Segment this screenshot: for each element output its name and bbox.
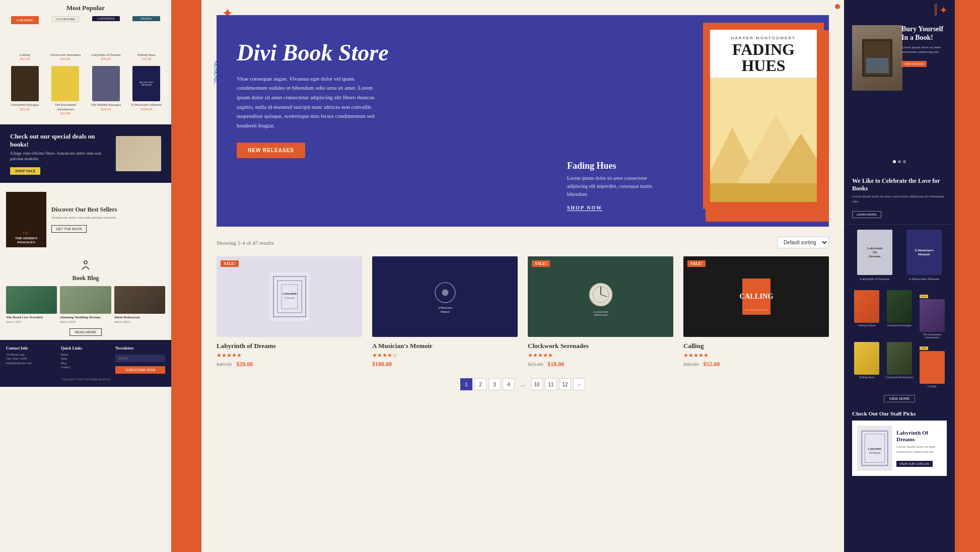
right-book-musician[interactable]: A Musician'sMemoir A Musician's Memoir: [901, 230, 947, 281]
right-book-title-labyrinth: Labyrinth of Dreams: [860, 277, 890, 281]
book-title-hidden: The Hidden Passages: [91, 103, 121, 107]
page-btn-10[interactable]: 10: [531, 378, 543, 390]
left-sidebar: Most Popular CALLING Calling $52.00 CLOC…: [0, 0, 171, 552]
rbc-musician-art: A Musician'sMemoir: [906, 230, 942, 275]
book-thumb-fading[interactable]: FADING Fading Hues $15.00: [128, 16, 166, 61]
right-small-book-enchanted[interactable]: NEW The Enchanted Adventurers: [917, 290, 947, 339]
book-title-clockwork: Clockwork Serenades: [50, 53, 81, 57]
product-cover-calling: SALE! CALLING BY FRANK MATTER: [683, 256, 829, 337]
hero-book-inner: HARPER MONTGOMERY FADING HUES: [710, 30, 817, 202]
page-btn-3[interactable]: 3: [488, 378, 501, 390]
calling-cover-art: CALLING: [11, 16, 39, 24]
bestsellers-label: CA...: [23, 231, 29, 234]
rbc2-calling-label: Calling: [928, 385, 937, 388]
clockwork-cover-art-main: CLOCKWORK SERENADES: [528, 256, 673, 337]
blog-image-dark: [114, 286, 165, 314]
right-hero-desc: Lorem ipsum dolor sit amet consectetur a…: [901, 45, 947, 55]
hero-description: Vitae consequat augue. Vivamus eget dolo…: [237, 74, 378, 130]
book-thumb-hidden[interactable]: The Hidden Passages $28.00: [87, 66, 125, 115]
blog-item-2[interactable]: Silent Rehearsals June 6, 2024: [114, 286, 165, 324]
right-hero-button[interactable]: FIND A BOOK: [901, 61, 927, 67]
staff-pick-button[interactable]: VIEW OUR CATALOG: [896, 461, 933, 467]
page-btn-1[interactable]: 1: [460, 378, 472, 390]
rbc2-enchanted-label: The Enchanted Adventurers: [917, 333, 947, 339]
right-sidebar: ✦ ≫≫≫ Bury Yourself In a Book! Lorem ips…: [844, 0, 955, 552]
footer-copyright: Copyright © 2024 | All Rights Reserved: [6, 378, 165, 381]
sale-badge-labyrinth: SALE!: [221, 260, 239, 267]
page-btn-next[interactable]: →: [573, 378, 585, 390]
book-thumb-labyrinth[interactable]: LABYRINTH Labyrinth of Dreams $20.00: [87, 16, 125, 61]
blog-item-1[interactable]: Stunning Wedding Dreams June 6, 2024: [60, 286, 111, 324]
product-stars-clockwork: ★★★★★: [528, 352, 673, 359]
right-staff-section: Check Out Our Staff Picks Labyrinth Of D…: [844, 405, 955, 481]
book-thumb-uncharted[interactable]: Uncharted Passages $25.00: [6, 66, 44, 115]
special-deals-section: Check out our special deals on books! A …: [0, 124, 171, 182]
right-small-book-fading[interactable]: Fading Echoes: [852, 290, 882, 339]
right-celebrate-button[interactable]: LEARN MORE: [852, 211, 881, 218]
deals-button[interactable]: SHOP SALE: [10, 167, 40, 175]
book-thumb-clockwork[interactable]: CLOCKWORK Clockwork Serenades $18.00: [47, 16, 85, 61]
product-card-musician[interactable]: A Musician's Memoir A Musician's Memoir …: [372, 256, 518, 368]
most-popular-grid-bottom: Uncharted Passages $25.00 The Enchanted …: [6, 66, 165, 115]
book-thumb-musician-sm[interactable]: MUSICIAN'S MEMOIR A Musician's Memoir $1…: [128, 66, 166, 115]
page-btn-4[interactable]: 4: [503, 378, 515, 390]
hero-new-releases-button[interactable]: NEW RELEASES: [237, 143, 305, 158]
bestsellers-button[interactable]: GET THE BOOK: [51, 225, 87, 233]
page-btn-11[interactable]: 11: [545, 378, 557, 390]
book-price-clockwork: $18.00: [60, 57, 70, 61]
right-book-labyrinth[interactable]: LabyrinthOfDreams Labyrinth of Dreams: [852, 230, 897, 281]
right-book-cover-labyrinth: LabyrinthOfDreams: [857, 230, 892, 275]
right-small-book-calling[interactable]: NEW Calling: [917, 342, 947, 388]
product-stars-musician: ★★★★☆: [372, 352, 518, 359]
deals-title: Check out our special deals on books!: [10, 132, 111, 149]
right-dot-1[interactable]: [893, 160, 896, 163]
staff-pick-card[interactable]: Labyrinth Of Dreams Labyrinth Of Dreams …: [852, 421, 947, 476]
right-celebrate-desc: Lorem ipsum dolor sit amet consectetur a…: [852, 194, 947, 204]
price-original-labyrinth: $49.99: [217, 361, 232, 367]
right-small-book-uncharted2[interactable]: Uncharted Masterpiece: [885, 342, 915, 388]
right-orange-strip: [955, 0, 980, 552]
most-popular-section: Most Popular CALLING Calling $52.00 CLOC…: [0, 0, 171, 124]
right-small-book-uncharted[interactable]: Uncharted Passages: [885, 290, 915, 339]
blog-item-0[interactable]: The Road Less Traveled June 6, 2024: [6, 286, 57, 324]
blog-image-wedding: [60, 286, 111, 314]
staff-pick-book-cover: Labyrinth Of Dreams: [857, 426, 892, 471]
right-hero-title: Bury Yourself In a Book!: [901, 25, 947, 42]
book-title-calling: Calling: [20, 53, 30, 57]
product-card-labyrinth[interactable]: SALE! Labyrinth of Dreams Labyrinth of D…: [217, 256, 362, 368]
book-price-calling: $52.00: [20, 57, 30, 61]
musician-cover-art-main: A Musician's Memoir: [372, 256, 518, 337]
svg-text:SERENADES: SERENADES: [594, 314, 608, 316]
blog-more-button[interactable]: READ MORE: [69, 328, 102, 336]
footer-email-input[interactable]: [115, 355, 165, 362]
book-title-fading: Fading Hues: [137, 53, 156, 57]
left-orange-strip: [171, 0, 201, 552]
book-thumb-calling[interactable]: CALLING Calling $52.00: [6, 16, 44, 61]
book-cover-calling-small: CALLING: [11, 16, 39, 51]
hero-section: Divi Book Store Vitae consequat augue. V…: [217, 15, 829, 227]
right-book-title-musician: A Musician's Memoir: [909, 277, 940, 281]
hero-book-desc: Lorem ipsum dolor sit amet consectetur a…: [567, 174, 668, 198]
right-celebrate-title: We Like to Celebrate the Love for Books: [852, 177, 947, 192]
page-btn-12[interactable]: 12: [559, 378, 571, 390]
sale-badge-calling: SALE!: [687, 260, 706, 267]
book-cover-uncharted-small: [11, 66, 39, 101]
book-thumb-enchanted[interactable]: The Enchanted Adventurers $22.00: [47, 66, 85, 115]
product-price-musician: $100.00: [372, 361, 518, 368]
product-card-clockwork[interactable]: SALE! CLOCKWORK SERENADES Clockw: [528, 256, 673, 368]
right-dot-3[interactable]: [903, 160, 906, 163]
new-badge-calling: NEW: [920, 347, 928, 350]
view-more-button[interactable]: VIEW MORE: [884, 395, 916, 402]
price-original-clockwork: $25.00: [528, 361, 543, 367]
book-cover-labyrinth-small: LABYRINTH: [92, 16, 120, 51]
page-btn-2[interactable]: 2: [474, 378, 486, 390]
right-dot-2[interactable]: [898, 160, 901, 163]
footer-subscribe-button[interactable]: SUBSCRIBE NOW: [115, 366, 165, 374]
sort-select[interactable]: Default sorting: [777, 237, 829, 248]
blog-grid: The Road Less Traveled June 6, 2024 Stun…: [6, 286, 165, 324]
rbc2-calling-wrapper: NEW: [920, 342, 945, 384]
product-card-calling[interactable]: SALE! CALLING BY FRANK MATTER Calling ★★…: [683, 256, 829, 368]
hero-shop-link[interactable]: SHOP NOW: [567, 205, 602, 211]
bestsellers-section: CA... THE HIDDEN PASSAGES Discover Our B…: [0, 188, 171, 251]
right-small-book-fading2[interactable]: Fading Hues: [852, 342, 882, 388]
